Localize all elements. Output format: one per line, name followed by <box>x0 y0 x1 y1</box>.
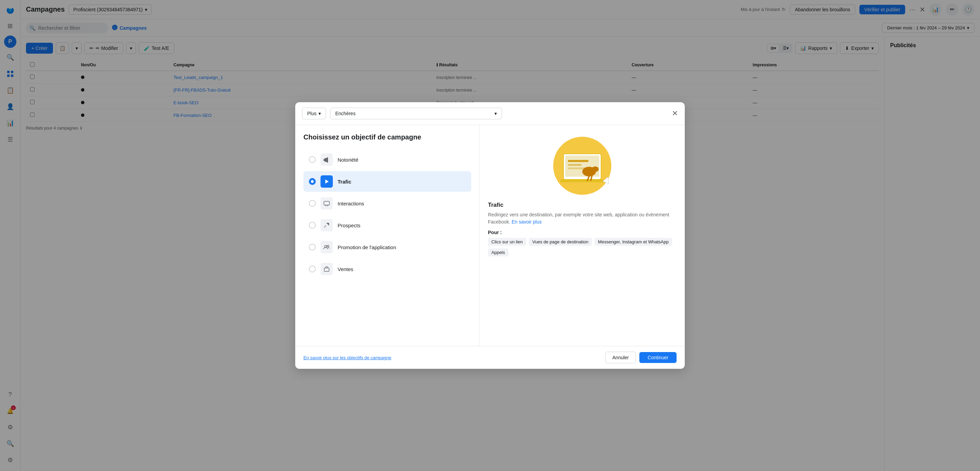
prospects-icon <box>320 219 333 231</box>
trafic-label: Trafic <box>337 179 351 185</box>
notoriete-icon <box>320 153 333 166</box>
svg-marker-6 <box>325 180 329 183</box>
trafic-description: Redirigez vers une destination, par exem… <box>488 211 676 226</box>
tags-list: Clics sur un lien Vues de page de destin… <box>488 238 676 256</box>
trafic-section-title: Trafic <box>488 202 676 208</box>
encheres-label: Enchères <box>335 111 355 116</box>
notoriete-label: Notoriété <box>337 157 358 163</box>
svg-rect-16 <box>568 164 582 166</box>
interactions-icon <box>320 197 333 210</box>
plus-chevron-icon: ▾ <box>318 111 321 116</box>
tag-messenger: Messenger, Instagram et WhatsApp <box>595 238 672 246</box>
modal-left-panel: Choisissez un objectif de campagne Notor… <box>295 125 480 346</box>
radio-trafic <box>309 178 316 185</box>
ventes-label: Ventes <box>337 266 353 272</box>
objective-interactions[interactable]: Interactions <box>304 193 471 214</box>
encheres-dropdown[interactable]: Enchères ▾ <box>330 108 502 119</box>
radio-prospects <box>309 222 316 229</box>
plus-label: Plus <box>307 111 317 116</box>
annuler-button[interactable]: Annuler <box>605 352 636 363</box>
tag-clics: Clics sur un lien <box>488 238 526 246</box>
tag-vues: Vues de page de destination <box>529 238 592 246</box>
radio-ventes <box>309 266 316 272</box>
prospects-label: Prospects <box>337 223 361 228</box>
modal-title: Choisissez un objectif de campagne <box>304 133 471 141</box>
ventes-icon <box>320 263 333 275</box>
modal-right-panel: Trafic Redirigez vers une destination, p… <box>480 125 685 346</box>
objective-trafic[interactable]: Trafic <box>304 171 471 192</box>
interactions-label: Interactions <box>337 200 364 207</box>
encheres-chevron-icon: ▾ <box>495 111 497 116</box>
campaign-objective-modal: Plus ▾ Enchères ▾ ✕ Choisissez un object… <box>295 102 685 369</box>
svg-rect-11 <box>324 268 329 271</box>
objective-ventes[interactable]: Ventes <box>304 259 471 279</box>
modal-topbar: Plus ▾ Enchères ▾ ✕ <box>295 102 685 125</box>
radio-notoriete <box>309 156 316 163</box>
tag-appels: Appels <box>488 248 509 256</box>
svg-point-21 <box>596 167 598 169</box>
radio-interactions <box>309 200 316 207</box>
trafic-illustration <box>545 133 620 195</box>
svg-point-9 <box>325 245 327 247</box>
svg-rect-5 <box>324 159 325 161</box>
svg-rect-18 <box>560 180 605 182</box>
svg-rect-15 <box>568 160 589 162</box>
modal-footer: En savoir plus sur les objectifs de camp… <box>295 346 685 369</box>
trafic-icon <box>320 175 333 188</box>
promotion-icon <box>320 241 333 253</box>
modal-close-button[interactable]: ✕ <box>672 109 678 118</box>
svg-point-10 <box>327 245 329 247</box>
svg-rect-7 <box>324 201 329 205</box>
pour-title: Pour : <box>488 230 676 235</box>
svg-marker-8 <box>327 223 329 225</box>
objective-promotion[interactable]: Promotion de l'application <box>304 237 471 257</box>
learn-more-objectives-link[interactable]: En savoir plus sur les objectifs de camp… <box>304 355 391 360</box>
plus-button[interactable]: Plus ▾ <box>302 108 326 119</box>
objective-list: Notoriété Trafic <box>304 150 471 279</box>
illustration-wrap <box>488 133 676 195</box>
objective-notoriete[interactable]: Notoriété <box>304 150 471 170</box>
modal-body: Choisissez un objectif de campagne Notor… <box>295 125 685 346</box>
en-savoir-plus-link[interactable]: En savoir plus <box>512 219 542 224</box>
svg-point-20 <box>592 167 599 172</box>
radio-promotion <box>309 244 316 251</box>
promotion-label: Promotion de l'application <box>337 244 396 250</box>
objective-prospects[interactable]: Prospects <box>304 215 471 236</box>
continuer-button[interactable]: Continuer <box>640 352 676 363</box>
svg-rect-17 <box>568 167 585 169</box>
